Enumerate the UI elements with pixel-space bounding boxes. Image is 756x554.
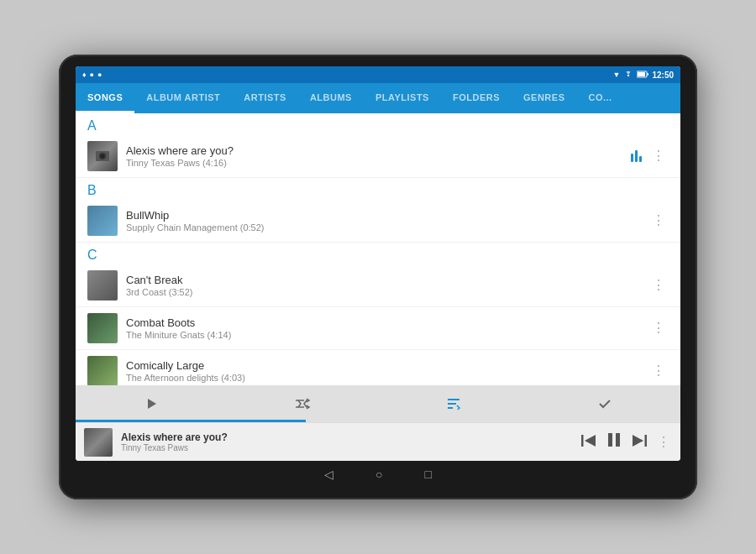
song-item-alexis[interactable]: Alexis where are you? Tinny Texas Paws (… — [76, 135, 680, 178]
song-title-cantbreak: Can't Break — [126, 274, 640, 286]
song-sub-comicallylarge: The Afternoon delights (4:03) — [126, 373, 640, 383]
tab-songs[interactable]: SONGS — [76, 83, 134, 113]
app-icon-2: ● — [90, 71, 94, 79]
shuffle-button[interactable] — [227, 385, 378, 422]
song-thumb-combatboots — [87, 313, 118, 343]
now-playing-title: Alexis where are you? — [121, 431, 571, 443]
bottom-toolbar — [76, 385, 680, 422]
song-sub-combatboots: The Miniture Gnats (4:14) — [126, 330, 640, 340]
svg-rect-2 — [638, 72, 645, 76]
pause-button[interactable] — [605, 431, 623, 453]
wifi-icon — [623, 70, 633, 80]
eq-bar-3 — [639, 156, 642, 162]
now-playing-artist: Tinny Texas Paws — [121, 443, 571, 452]
home-button[interactable]: ○ — [375, 468, 382, 481]
song-title-bullwhip: BullWhip — [126, 209, 640, 222]
song-actions-comicallylarge: ⋮ — [648, 363, 669, 379]
status-icons-right: ▼ 12:50 — [613, 70, 675, 80]
svg-rect-14 — [608, 433, 612, 447]
section-header-c: C — [76, 243, 680, 264]
tab-playlists[interactable]: PLAYLISTS — [364, 83, 441, 113]
song-title-comicallylarge: Comically Large — [126, 359, 640, 372]
song-thumb-comicallylarge — [87, 356, 118, 385]
svg-marker-17 — [633, 435, 643, 447]
select-button[interactable] — [529, 385, 680, 422]
tab-album-artist[interactable]: ALBUM ARTIST — [134, 83, 232, 113]
song-item-comicallylarge[interactable]: Comically Large The Afternoon delights (… — [76, 350, 680, 385]
status-time: 12:50 — [652, 71, 674, 80]
song-menu-btn-combatboots[interactable]: ⋮ — [648, 320, 669, 337]
app-icon-3: ● — [97, 71, 102, 79]
eq-bar-1 — [631, 154, 633, 162]
song-actions-cantbreak: ⋮ — [648, 277, 669, 294]
song-thumb-alexis — [87, 141, 118, 171]
song-actions-bullwhip: ⋮ — [648, 212, 669, 229]
song-info-comicallylarge: Comically Large The Afternoon delights (… — [126, 359, 640, 383]
now-playing-menu-button[interactable]: ⋮ — [655, 434, 672, 451]
sort-button[interactable] — [378, 385, 529, 422]
song-thumb-bullwhip — [87, 206, 118, 236]
now-playing-controls: ⋮ — [580, 431, 672, 453]
song-list: A Alexis where are you? Tinny Texas Paws… — [76, 113, 680, 385]
tab-folders[interactable]: FOLDERS — [441, 83, 512, 113]
next-button[interactable] — [630, 432, 648, 452]
play-all-button[interactable] — [76, 385, 227, 422]
section-header-a: A — [76, 113, 680, 135]
song-thumb-cantbreak — [87, 270, 118, 301]
signal-icon: ▼ — [613, 71, 621, 79]
tab-more[interactable]: CO... — [576, 83, 623, 113]
svg-point-5 — [101, 154, 104, 158]
tablet-screen: ♦ ● ● ▼ 12:50 SONGS ALBUM ARTIST ARTISTS… — [76, 66, 680, 461]
status-icons-left: ♦ ● ● — [82, 71, 102, 79]
back-button[interactable]: ◁ — [324, 468, 333, 481]
song-info-alexis: Alexis where are you? Tinny Texas Paws (… — [126, 144, 622, 168]
navigation-bar: ◁ ○ □ — [76, 461, 680, 488]
song-item-combatboots[interactable]: Combat Boots The Miniture Gnats (4:14) ⋮ — [76, 307, 680, 350]
svg-marker-13 — [585, 435, 596, 447]
now-playing-bar: Alexis where are you? Tinny Texas Paws — [76, 422, 680, 461]
status-bar: ♦ ● ● ▼ 12:50 — [76, 66, 680, 83]
now-playing-thumbnail — [84, 428, 113, 457]
svg-rect-1 — [647, 73, 648, 76]
song-actions-alexis: ⋮ — [631, 148, 669, 165]
song-info-cantbreak: Can't Break 3rd Coast (3:52) — [126, 274, 640, 297]
now-playing-info: Alexis where are you? Tinny Texas Paws — [121, 431, 571, 452]
svg-marker-6 — [148, 399, 156, 409]
svg-rect-12 — [581, 435, 584, 447]
song-menu-btn-alexis[interactable]: ⋮ — [648, 148, 669, 165]
toolbar-progress-bar — [76, 420, 306, 422]
song-sub-alexis: Tinny Texas Paws (4:16) — [126, 158, 622, 168]
svg-rect-15 — [616, 433, 620, 447]
song-info-combatboots: Combat Boots The Miniture Gnats (4:14) — [126, 316, 640, 340]
tab-artists[interactable]: ARTISTS — [232, 83, 298, 113]
tab-genres[interactable]: GENRES — [512, 83, 576, 113]
tab-bar: SONGS ALBUM ARTIST ARTISTS ALBUMS PLAYLI… — [76, 83, 680, 113]
song-menu-btn-bullwhip[interactable]: ⋮ — [648, 212, 669, 229]
song-title-combatboots: Combat Boots — [126, 316, 640, 329]
tablet-device: ♦ ● ● ▼ 12:50 SONGS ALBUM ARTIST ARTISTS… — [59, 55, 697, 499]
eq-bar-2 — [635, 150, 638, 162]
song-menu-btn-comicallylarge[interactable]: ⋮ — [648, 363, 669, 379]
song-title-alexis: Alexis where are you? — [126, 144, 622, 157]
section-header-b: B — [76, 178, 680, 200]
song-menu-btn-cantbreak[interactable]: ⋮ — [648, 277, 669, 294]
song-info-bullwhip: BullWhip Supply Chain Management (0:52) — [126, 209, 640, 233]
svg-rect-16 — [645, 435, 648, 447]
tab-albums[interactable]: ALBUMS — [298, 83, 364, 113]
previous-button[interactable] — [580, 432, 598, 452]
eq-icon — [631, 150, 642, 162]
song-sub-bullwhip: Supply Chain Management (0:52) — [126, 222, 640, 233]
song-sub-cantbreak: 3rd Coast (3:52) — [126, 287, 640, 297]
battery-icon — [637, 71, 648, 80]
song-actions-combatboots: ⋮ — [648, 320, 669, 337]
song-item-cantbreak[interactable]: Can't Break 3rd Coast (3:52) ⋮ — [76, 264, 680, 307]
song-item-bullwhip[interactable]: BullWhip Supply Chain Management (0:52) … — [76, 200, 680, 243]
app-icon-1: ♦ — [82, 71, 87, 79]
recents-button[interactable]: □ — [425, 468, 432, 481]
